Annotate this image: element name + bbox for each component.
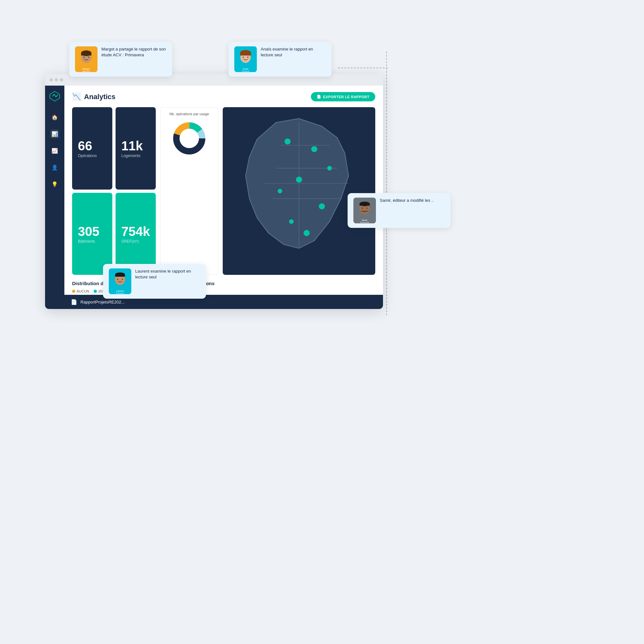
page-title: Analytics xyxy=(84,93,116,101)
donut-card: Nb. opérations par usage xyxy=(160,107,218,275)
svg-point-33 xyxy=(278,189,282,193)
kpi-batiments-value: 305 xyxy=(78,224,107,238)
svg-text:Samir: Samir xyxy=(362,219,368,221)
svg-point-50 xyxy=(117,279,118,280)
svg-point-34 xyxy=(319,203,325,210)
laurent-avatar-svg: Laurent Promoteur xyxy=(109,268,131,294)
kpi-logements-label: Logements xyxy=(121,154,150,158)
avatar-anais: Anaïs Architecte xyxy=(234,46,257,72)
kpi-logements: 11k Logements xyxy=(116,107,156,190)
kpi-sref: 754k SREF(m²) xyxy=(116,193,156,275)
svg-rect-3 xyxy=(81,53,91,55)
legend-2031-dot xyxy=(94,290,97,293)
france-map-svg xyxy=(223,107,375,275)
france-map-card xyxy=(223,107,375,275)
svg-text:Laurent: Laurent xyxy=(117,290,124,292)
laurent-popup-text: Laurent examine le rapport en lecture se… xyxy=(135,268,200,280)
svg-marker-18 xyxy=(50,91,60,101)
legend-aucun-label: AUCUN xyxy=(77,289,89,293)
avatar-margot: Margot Ingénieure xyxy=(75,46,98,72)
avatar-laurent: Laurent Promoteur xyxy=(109,268,131,294)
kpi-sref-value: 754k xyxy=(121,224,150,238)
donut-chart xyxy=(170,119,209,158)
popup-laurent: Laurent Promoteur Laurent examine le rap… xyxy=(103,264,206,299)
file-icon: 📄 xyxy=(71,299,77,305)
margot-popup-text: Margot a partagé le rapport de son étude… xyxy=(101,46,166,58)
svg-point-51 xyxy=(122,279,123,280)
popup-anais: Anaïs Architecte Anaïs examine le rappor… xyxy=(229,42,331,77)
svg-point-41 xyxy=(362,208,363,209)
browser-dot-3 xyxy=(60,78,63,81)
anais-popup-text: Anaïs examine le rapport en lecture seul xyxy=(261,46,326,58)
svg-point-42 xyxy=(366,208,368,209)
svg-point-13 xyxy=(243,57,244,58)
avatar-samir: Samir Économiste xyxy=(353,198,376,223)
svg-point-36 xyxy=(303,230,310,236)
kpi-grid: 66 Opérations 11k Logements 305 Bâtiment… xyxy=(72,107,156,275)
svg-point-4 xyxy=(83,57,85,58)
kpi-sref-label: SREF(m²) xyxy=(121,239,150,244)
svg-point-29 xyxy=(285,138,291,145)
svg-text:Ingénieure: Ingénieure xyxy=(82,70,90,72)
sidebar-item-chart[interactable]: 📈 xyxy=(50,146,59,155)
sidebar-item-settings[interactable]: 💡 xyxy=(50,180,59,189)
title-row: 📉 Analytics xyxy=(72,93,116,101)
browser-body: 🏠 📊 📈 👤 💡 📉 Analytics 📄 EXPORTER LE RAPP xyxy=(45,86,383,309)
svg-point-30 xyxy=(311,146,317,152)
sidebar-item-user[interactable]: 👤 xyxy=(50,163,59,172)
file-name: RapportProjetsRE202... xyxy=(80,300,125,304)
app-logo-icon xyxy=(49,90,61,102)
margot-avatar-svg: Margot Ingénieure xyxy=(75,46,98,72)
page-header: 📉 Analytics 📄 EXPORTER LE RAPPORT xyxy=(72,92,375,101)
sidebar-item-home[interactable]: 🏠 xyxy=(50,113,59,122)
scene: Margot Ingénieure Margot a partagé le ra… xyxy=(0,0,644,644)
svg-text:Margot: Margot xyxy=(83,68,90,70)
popup-margot: Margot Ingénieure Margot a partagé le ra… xyxy=(69,42,172,77)
dashed-top-line xyxy=(338,68,388,68)
kpi-operations-value: 66 xyxy=(78,139,107,153)
anais-avatar-svg: Anaïs Architecte xyxy=(234,46,257,72)
kpi-batiments-label: Bâtiments xyxy=(78,239,107,244)
donut-title: Nb. opérations par usage xyxy=(169,112,209,116)
svg-point-5 xyxy=(88,57,89,58)
browser-window: 🏠 📊 📈 👤 💡 📉 Analytics 📄 EXPORTER LE RAPP xyxy=(45,74,383,309)
svg-point-31 xyxy=(327,166,332,170)
sidebar-item-analytics[interactable]: 📊 xyxy=(50,129,59,138)
samir-avatar-svg: Samir Économiste xyxy=(353,198,376,223)
sidebar-logo[interactable] xyxy=(49,90,61,102)
svg-text:Anaïs: Anaïs xyxy=(243,68,248,70)
svg-rect-40 xyxy=(359,204,370,206)
kpi-operations-label: Opérations xyxy=(78,154,107,158)
kpi-logements-value: 11k xyxy=(121,139,150,153)
svg-point-35 xyxy=(289,219,294,224)
sidebar: 🏠 📊 📈 👤 💡 xyxy=(45,86,64,309)
browser-dot-2 xyxy=(55,78,58,81)
svg-text:Architecte: Architecte xyxy=(242,70,249,72)
svg-rect-49 xyxy=(115,275,125,277)
samir-popup-text: Samir, éditeur a modifié les .. xyxy=(380,198,434,203)
export-button[interactable]: 📄 EXPORTER LE RAPPORT xyxy=(311,92,375,101)
svg-point-14 xyxy=(247,57,248,58)
svg-point-32 xyxy=(296,177,302,183)
svg-point-23 xyxy=(180,129,199,148)
kpi-row: 66 Opérations 11k Logements 305 Bâtiment… xyxy=(72,107,375,275)
dashed-right-line xyxy=(386,51,387,315)
popup-samir: Samir Économiste Samir, éditeur a modifi… xyxy=(348,193,451,228)
kpi-operations: 66 Opérations xyxy=(72,107,112,190)
kpi-batiments: 305 Bâtiments xyxy=(72,193,112,275)
svg-rect-12 xyxy=(240,53,251,56)
svg-text:Économiste: Économiste xyxy=(360,221,369,223)
legend-aucun: AUCUN xyxy=(72,289,89,293)
browser-dot-1 xyxy=(50,78,53,81)
svg-text:Promoteur: Promoteur xyxy=(116,292,124,294)
export-label: EXPORTER LE RAPPORT xyxy=(323,95,369,99)
export-icon: 📄 xyxy=(317,95,322,99)
legend-aucun-dot xyxy=(72,290,75,293)
analytics-icon: 📉 xyxy=(72,93,81,101)
